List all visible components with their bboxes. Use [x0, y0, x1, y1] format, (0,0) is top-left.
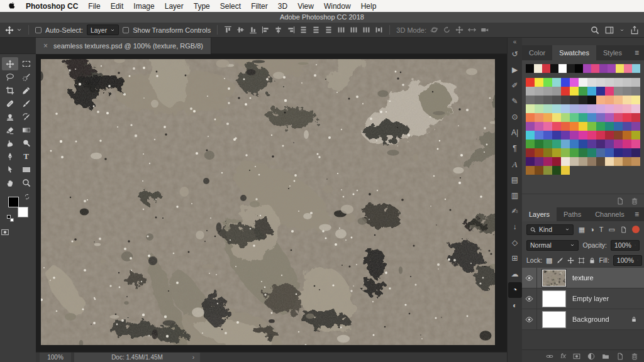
collapse-panels-icon[interactable]: « [513, 38, 517, 47]
swatch[interactable] [605, 104, 614, 113]
align-left-edges-icon[interactable] [262, 26, 270, 34]
swatch[interactable] [608, 64, 616, 73]
swatch[interactable] [579, 148, 587, 157]
adjustment-layer-filter-icon[interactable]: ◑ [590, 226, 594, 233]
swatch[interactable] [526, 104, 535, 113]
swatch[interactable] [526, 64, 534, 73]
swatch[interactable] [605, 140, 614, 148]
swatch[interactable] [575, 64, 583, 73]
tab-color[interactable]: Color [522, 45, 552, 60]
layer-row-texture[interactable]: texture [522, 268, 644, 288]
swatch[interactable] [552, 131, 561, 140]
distribute-horizontal-centers-icon[interactable] [350, 26, 358, 34]
swatch[interactable] [587, 140, 596, 148]
zoom-level-field[interactable]: 100% [40, 353, 71, 362]
lock-pixels-icon[interactable] [557, 257, 564, 264]
swatch[interactable] [543, 157, 552, 166]
swatches-panel-menu-icon[interactable]: ≡ [635, 48, 644, 57]
swatch[interactable] [579, 122, 587, 131]
shape-tool[interactable] [18, 163, 35, 176]
swatch[interactable] [570, 113, 579, 122]
swatch[interactable] [623, 140, 631, 148]
layer-effects-icon[interactable]: fx [560, 353, 566, 359]
swatch[interactable] [579, 140, 587, 148]
swatch[interactable] [587, 96, 596, 104]
canvas-area[interactable] [36, 54, 507, 352]
swatch[interactable] [587, 113, 596, 122]
swatch[interactable] [535, 87, 543, 96]
swatch[interactable] [605, 78, 614, 87]
brushes-panel-icon[interactable]: ✎ [508, 94, 522, 109]
roll-3d-icon[interactable] [443, 26, 451, 34]
document-image[interactable] [41, 59, 495, 345]
layer-thumbnail[interactable] [542, 311, 566, 328]
eyedropper-tool[interactable] [18, 84, 35, 97]
menu-help[interactable]: Help [361, 2, 377, 11]
new-swatch-icon[interactable] [616, 197, 624, 205]
lock-artboard-icon[interactable] [578, 257, 585, 264]
creative-cloud-icon[interactable]: ☁ [508, 266, 522, 282]
swatch[interactable] [579, 104, 587, 113]
tab-layers[interactable]: Layers [522, 207, 557, 221]
device-preview-panel-icon[interactable]: ↓ [508, 219, 522, 235]
pen-tool[interactable] [2, 150, 18, 163]
swatch[interactable] [535, 148, 543, 157]
swatch[interactable] [561, 140, 570, 148]
tab-paths[interactable]: Paths [557, 207, 588, 221]
swatch[interactable] [526, 122, 535, 131]
swatch[interactable] [543, 166, 552, 175]
layer-mask-icon[interactable] [573, 353, 580, 360]
swatch[interactable] [526, 140, 535, 148]
layer-visibility-eye-icon[interactable] [522, 309, 537, 329]
healing-brush-tool[interactable] [2, 97, 18, 110]
distribute-left-edges-icon[interactable] [337, 26, 345, 34]
swatch[interactable] [561, 96, 570, 104]
tab-channels[interactable]: Channels [588, 207, 631, 221]
swatch[interactable] [614, 96, 623, 104]
pixel-layer-filter-icon[interactable]: ▦ [579, 226, 585, 234]
swatch[interactable] [623, 113, 631, 122]
swatch[interactable] [526, 157, 535, 166]
swatch[interactable] [614, 87, 623, 96]
swatch[interactable] [579, 78, 587, 87]
swatch[interactable] [526, 131, 535, 140]
swatch[interactable] [579, 87, 587, 96]
apple-icon[interactable] [8, 2, 16, 10]
new-layer-icon[interactable] [616, 353, 624, 360]
tab-styles[interactable]: Styles [596, 45, 629, 60]
swatch[interactable] [579, 96, 587, 104]
share-icon[interactable] [630, 26, 639, 35]
swatch[interactable] [543, 140, 552, 148]
workspace-switcher-icon[interactable] [605, 26, 614, 35]
swatch[interactable] [614, 104, 623, 113]
swatch[interactable] [605, 157, 614, 166]
smudge-tool[interactable] [2, 136, 18, 150]
adjustment-layer-icon[interactable] [587, 353, 595, 360]
notes-panel-icon[interactable]: ✍ [508, 204, 522, 219]
swatch[interactable] [535, 131, 543, 140]
layer-visibility-eye-icon[interactable] [522, 288, 537, 309]
swatch[interactable] [631, 104, 640, 113]
swatch[interactable] [543, 104, 552, 113]
camera-3d-icon[interactable] [480, 26, 489, 34]
swatch[interactable] [587, 148, 596, 157]
layer-row-empty-layer[interactable]: Empty layer [522, 288, 644, 309]
align-horizontal-centers-icon[interactable] [274, 26, 282, 34]
swatch[interactable] [583, 64, 591, 73]
swatch[interactable] [614, 131, 623, 140]
swatch[interactable] [631, 96, 640, 104]
show-transform-checkbox[interactable] [123, 27, 129, 33]
status-expander-icon[interactable]: › [192, 353, 194, 362]
type-layer-filter-icon[interactable]: T [599, 226, 604, 233]
actions-panel-icon[interactable]: ▶ [508, 62, 522, 78]
swatch[interactable] [596, 140, 605, 148]
layer-row-background[interactable]: Background [522, 309, 644, 330]
move-tool[interactable] [2, 57, 18, 70]
smart-object-filter-icon[interactable] [620, 226, 627, 233]
swatch[interactable] [561, 104, 570, 113]
doc-size-field[interactable]: Doc: 1.45M/1.45M › [74, 353, 200, 362]
background-color-swatch[interactable] [18, 207, 28, 217]
swatch[interactable] [561, 113, 570, 122]
swatch[interactable] [623, 122, 631, 131]
swatch[interactable] [561, 131, 570, 140]
